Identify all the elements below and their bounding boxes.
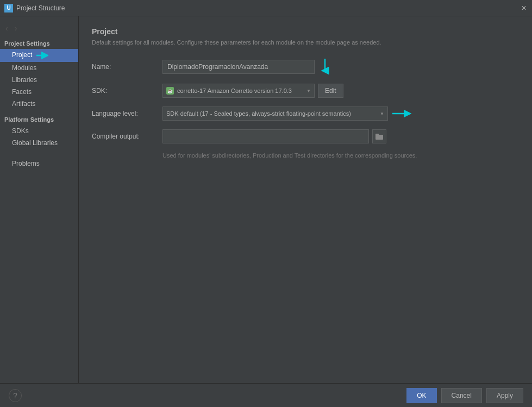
cyan-arrow-right2-icon — [392, 109, 412, 118]
svg-rect-3 — [375, 135, 383, 140]
sidebar-item-sdks[interactable]: SDKs — [0, 125, 78, 137]
back-arrow[interactable]: ‹ — [3, 23, 10, 34]
sdk-label: SDK: — [92, 87, 162, 95]
sidebar-item-artifacts[interactable]: Artifacts — [0, 98, 78, 110]
sdk-row: SDK: ☕ corretto-17 Amazon Corretto versi… — [92, 84, 519, 98]
folder-browse-button[interactable] — [372, 129, 386, 143]
language-level-value: SDK default (17 - Sealed types, always-s… — [166, 110, 380, 117]
close-button[interactable]: ✕ — [520, 4, 528, 12]
content-area: Project Default settings for all modules… — [79, 16, 532, 383]
language-level-row: Language level: SDK default (17 - Sealed… — [92, 107, 519, 121]
sdk-control: ☕ corretto-17 Amazon Corretto version 17… — [162, 84, 343, 98]
cyan-arrow-right-icon — [36, 51, 48, 60]
ok-button[interactable]: OK — [406, 388, 436, 403]
language-level-label: Language level: — [92, 110, 162, 117]
app-icon: U — [4, 4, 13, 12]
sdk-dropdown-arrow-icon: ▼ — [306, 89, 311, 93]
language-level-control: SDK default (17 - Sealed types, always-s… — [162, 107, 519, 121]
sidebar-item-problems[interactable]: Problems — [0, 158, 78, 170]
page-title: Project — [92, 27, 519, 36]
window-controls: ✕ — [520, 4, 528, 12]
edit-sdk-button[interactable]: Edit — [318, 84, 343, 98]
sidebar-item-facets[interactable]: Facets — [0, 86, 78, 98]
bottom-bar: ? OK Cancel Apply — [0, 383, 532, 407]
name-control — [162, 59, 519, 75]
help-button[interactable]: ? — [9, 389, 22, 402]
sidebar-item-modules[interactable]: Modules — [0, 62, 78, 74]
name-label: Name: — [92, 63, 162, 71]
cancel-button[interactable]: Cancel — [441, 388, 482, 403]
sdk-dropdown[interactable]: ☕ corretto-17 Amazon Corretto version 17… — [162, 84, 315, 98]
sidebar: ‹ › Project Settings Project Modules Lib… — [0, 16, 79, 383]
project-settings-header: Project Settings — [0, 38, 78, 49]
forward-arrow[interactable]: › — [12, 23, 20, 34]
sdk-value-text: corretto-17 Amazon Corretto version 17.0… — [177, 87, 292, 94]
page-subtitle: Default settings for all modules. Config… — [92, 39, 519, 46]
svg-rect-4 — [375, 134, 379, 135]
name-input[interactable] — [162, 60, 315, 74]
folder-icon — [375, 133, 383, 140]
nav-arrows: ‹ › — [0, 21, 78, 38]
compiler-output-input[interactable] — [162, 129, 369, 143]
main-container: ‹ › Project Settings Project Modules Lib… — [0, 16, 532, 383]
name-row: Name: — [92, 59, 519, 75]
sidebar-item-global-libraries[interactable]: Global Libraries — [0, 137, 78, 149]
window-title: Project Structure — [16, 4, 65, 12]
sidebar-item-libraries[interactable]: Libraries — [0, 74, 78, 86]
apply-button[interactable]: Apply — [486, 388, 523, 403]
compiler-output-label: Compiler output: — [92, 133, 162, 140]
title-bar: U Project Structure ✕ — [0, 0, 532, 16]
compiler-output-row: Compiler output: — [92, 129, 519, 143]
language-dropdown-arrow-icon: ▼ — [380, 111, 384, 116]
sidebar-item-project[interactable]: Project — [0, 49, 78, 62]
compiler-hint-text: Used for modules' subdirectories, Produc… — [162, 152, 519, 159]
platform-settings-header: Platform Settings — [0, 114, 78, 125]
compiler-output-control — [162, 129, 386, 143]
sdk-java-icon: ☕ — [166, 87, 174, 95]
cyan-arrow-down-icon — [319, 59, 331, 75]
language-level-dropdown[interactable]: SDK default (17 - Sealed types, always-s… — [162, 107, 388, 121]
